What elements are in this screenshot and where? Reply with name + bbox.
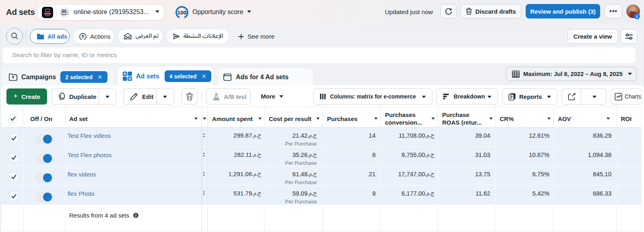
svg-text:100: 100 [178,10,187,16]
